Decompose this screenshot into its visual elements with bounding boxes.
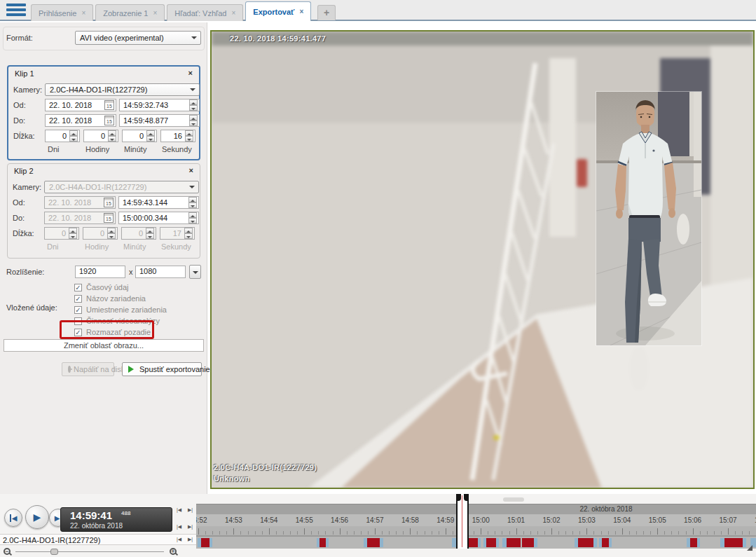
from-time-field[interactable]: 14:59:32.743: [119, 99, 200, 111]
skip-next-button[interactable]: ▶|: [185, 535, 195, 544]
calendar-icon[interactable]: 15: [104, 100, 114, 110]
from-time-field[interactable]: 14:59:43.144: [118, 196, 199, 209]
timeline-event[interactable]: [724, 538, 743, 547]
playhead[interactable]: [456, 494, 469, 549]
timeline-event[interactable]: [319, 538, 326, 547]
timeline-track-area[interactable]: 22. októbra 2018 14:5214:5314:5414:5514:…: [196, 494, 756, 557]
play-button[interactable]: ▶: [25, 505, 49, 529]
resolution-height-input[interactable]: 1080: [135, 266, 186, 278]
burn-to-disc-button[interactable]: Napáliť na disk: [62, 362, 114, 376]
tab-prihl-senie[interactable]: Prihlásenie×: [31, 4, 93, 21]
tab-close-icon[interactable]: ×: [231, 9, 235, 17]
timeline-event[interactable]: [578, 538, 593, 547]
checkbox-option[interactable]: ✓Názov zariadenia: [74, 293, 200, 304]
seconds-stepper[interactable]: 16: [160, 130, 195, 142]
timeline-event[interactable]: [697, 538, 700, 547]
timeline-event[interactable]: [326, 538, 329, 547]
from-date-field[interactable]: 22. 10. 2018 15: [44, 196, 116, 209]
timeline-camera-row[interactable]: 2.0C-H4A-DO1-IR(1227729): [0, 534, 196, 545]
hours-stepper[interactable]: 0: [83, 227, 118, 240]
checkbox[interactable]: ✓: [74, 329, 82, 336]
timeline-event[interactable]: [496, 538, 499, 547]
time-spinner[interactable]: [189, 115, 198, 126]
timeline-tick-label: 14:57: [363, 516, 387, 524]
format-dropdown[interactable]: AVI video (experimental): [75, 31, 201, 45]
timeline-event[interactable]: [609, 538, 612, 547]
tab-exportova-[interactable]: Exportovať×: [245, 1, 311, 21]
checkbox-option[interactable]: ✓Časový údaj: [74, 282, 200, 293]
days-stepper[interactable]: 0: [45, 130, 80, 142]
timeline-event[interactable]: [201, 538, 209, 547]
activity-track[interactable]: [196, 535, 756, 549]
hours-stepper[interactable]: 0: [83, 130, 118, 142]
skip-prev-button[interactable]: |◀: [174, 535, 184, 544]
timeline-event[interactable]: [602, 538, 609, 547]
timeline-event[interactable]: [522, 538, 534, 547]
video-preview[interactable]: 22. 10. 2018 14:59:41.477 2.0C-H4A-DO1-I…: [210, 30, 755, 489]
checkbox-option[interactable]: ✓Rozmazať pozadie: [74, 326, 200, 338]
timeline-scrollbar-thumb[interactable]: [503, 497, 524, 502]
calendar-icon[interactable]: 15: [104, 198, 114, 207]
to-time-field[interactable]: 15:00:00.344: [118, 212, 199, 224]
checkbox-label: Názov zariadenia: [86, 294, 146, 303]
change-image-area-button[interactable]: Zmeniť oblasť obrazu...: [4, 339, 204, 352]
minutes-stepper[interactable]: 0: [121, 227, 156, 240]
timeline-event[interactable]: [380, 538, 383, 547]
checkbox[interactable]: ✓: [74, 284, 82, 291]
tab-close-icon[interactable]: ×: [299, 8, 303, 15]
checkbox[interactable]: [74, 317, 82, 325]
tab-close-icon[interactable]: ×: [81, 9, 85, 17]
clip-title: Klip 1: [15, 69, 34, 78]
zoom-slider-thumb[interactable]: [50, 549, 58, 555]
skip-prev-button[interactable]: |◀: [174, 523, 184, 531]
skip-prev-button[interactable]: |◀: [174, 506, 184, 514]
timeline-event[interactable]: [478, 538, 481, 547]
seconds-stepper[interactable]: 17: [160, 227, 195, 240]
start-export-button[interactable]: Spustiť exportovanie: [122, 362, 202, 376]
close-icon[interactable]: ×: [189, 166, 193, 174]
timeline-event[interactable]: [468, 538, 478, 547]
skip-next-button[interactable]: ▶|: [185, 523, 195, 531]
calendar-icon[interactable]: 15: [104, 116, 114, 125]
resize-grip-icon[interactable]: [747, 545, 752, 551]
calendar-icon[interactable]: 15: [104, 213, 114, 223]
timeline-event[interactable]: [507, 538, 521, 547]
time-spinner[interactable]: [188, 197, 197, 208]
timeline-event[interactable]: [593, 538, 597, 547]
zoom-slider-track[interactable]: [15, 551, 164, 552]
time-spinner[interactable]: [189, 99, 198, 111]
new-tab-button[interactable]: +: [317, 5, 336, 20]
time-spinner[interactable]: [188, 212, 197, 224]
tab-h-ada-vzh-ad[interactable]: Hľadať: Vzhľad×: [167, 4, 243, 21]
resolution-preset-button[interactable]: [189, 265, 201, 279]
checkbox[interactable]: ✓: [74, 295, 82, 303]
timeline-event[interactable]: [367, 538, 380, 547]
resolution-width-input[interactable]: 1920: [75, 266, 125, 278]
camera-dropdown[interactable]: 2.0C-H4A-DO1-IR(1227729): [44, 181, 199, 193]
timeline-event[interactable]: [486, 538, 496, 547]
menu-icon[interactable]: [6, 4, 26, 18]
tab-zobrazenie-1[interactable]: Zobrazenie 1×: [95, 4, 165, 21]
checkbox-option[interactable]: Činnosť videoanalýzy: [74, 315, 200, 326]
skip-next-button[interactable]: ▶|: [185, 506, 195, 514]
timeline-event[interactable]: [743, 538, 746, 547]
timeline-event[interactable]: [209, 538, 212, 547]
step-back-button[interactable]: ◀: [4, 509, 22, 527]
tab-close-icon[interactable]: ×: [153, 9, 157, 17]
minutes-stepper[interactable]: 0: [122, 130, 157, 142]
to-date-field[interactable]: 22. 10. 2018 15: [45, 114, 116, 127]
camera-dropdown[interactable]: 2.0C-H4A-DO1-IR(1227729): [45, 83, 200, 96]
timeline-event[interactable]: [690, 538, 697, 547]
to-date-field[interactable]: 22. 10. 2018 15: [44, 212, 116, 224]
checkbox-label: Umiestnenie zariadenia: [86, 305, 167, 314]
days-stepper[interactable]: 0: [44, 227, 79, 240]
checkbox[interactable]: ✓: [74, 306, 82, 314]
zoom-out-icon[interactable]: −: [4, 548, 11, 555]
close-icon[interactable]: ×: [188, 69, 193, 77]
timeline-event[interactable]: [534, 538, 537, 547]
zoom-in-icon[interactable]: +: [170, 548, 177, 555]
current-time-ms: 488: [121, 510, 130, 516]
checkbox-option[interactable]: ✓Umiestnenie zariadenia: [74, 304, 200, 315]
from-date-field[interactable]: 22. 10. 2018 15: [45, 99, 116, 111]
to-time-field[interactable]: 14:59:48.877: [119, 114, 200, 127]
